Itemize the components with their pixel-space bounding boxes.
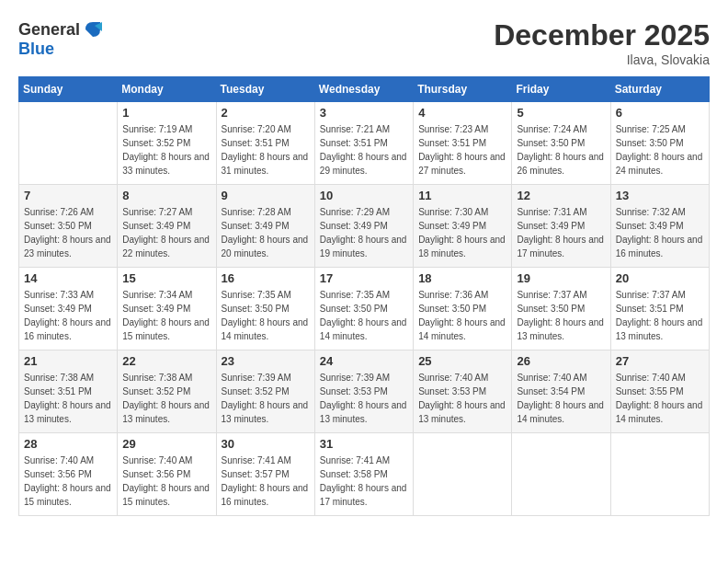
calendar-cell: 18Sunrise: 7:36 AMSunset: 3:50 PMDayligh…	[414, 268, 512, 350]
calendar-cell: 4Sunrise: 7:23 AMSunset: 3:51 PMDaylight…	[414, 102, 512, 185]
day-info: Sunrise: 7:39 AMSunset: 3:53 PMDaylight:…	[320, 371, 408, 426]
calendar-cell: 9Sunrise: 7:28 AMSunset: 3:49 PMDaylight…	[216, 185, 314, 268]
calendar-week-3: 14Sunrise: 7:33 AMSunset: 3:49 PMDayligh…	[19, 268, 710, 350]
calendar-cell: 15Sunrise: 7:34 AMSunset: 3:49 PMDayligh…	[118, 268, 216, 350]
day-number: 20	[616, 271, 704, 285]
calendar-cell: 31Sunrise: 7:41 AMSunset: 3:58 PMDayligh…	[314, 433, 413, 516]
day-info: Sunrise: 7:40 AMSunset: 3:53 PMDaylight:…	[418, 371, 506, 426]
calendar-cell: 24Sunrise: 7:39 AMSunset: 3:53 PMDayligh…	[314, 350, 413, 433]
day-info: Sunrise: 7:41 AMSunset: 3:57 PMDaylight:…	[222, 454, 310, 509]
calendar-week-2: 7Sunrise: 7:26 AMSunset: 3:50 PMDaylight…	[19, 185, 710, 268]
calendar-cell: 22Sunrise: 7:38 AMSunset: 3:52 PMDayligh…	[118, 350, 216, 433]
calendar-cell: 5Sunrise: 7:24 AMSunset: 3:50 PMDaylight…	[512, 102, 610, 185]
calendar-cell: 11Sunrise: 7:30 AMSunset: 3:49 PMDayligh…	[414, 185, 512, 268]
day-info: Sunrise: 7:20 AMSunset: 3:51 PMDaylight:…	[222, 122, 310, 178]
day-number: 30	[222, 437, 310, 451]
day-number: 1	[122, 106, 210, 120]
calendar-cell: 8Sunrise: 7:27 AMSunset: 3:49 PMDaylight…	[118, 185, 216, 268]
page-header: General Blue December 2025 Ilava, Slovak…	[18, 18, 710, 67]
calendar-cell: 3Sunrise: 7:21 AMSunset: 3:51 PMDaylight…	[314, 102, 413, 185]
day-number: 12	[517, 189, 605, 202]
day-number: 15	[122, 271, 210, 285]
day-number: 28	[24, 437, 112, 451]
calendar-cell	[19, 102, 118, 185]
location: Ilava, Slovakia	[494, 52, 710, 67]
day-number: 25	[418, 354, 506, 368]
calendar-cell: 26Sunrise: 7:40 AMSunset: 3:54 PMDayligh…	[512, 350, 610, 433]
logo-icon	[82, 18, 104, 40]
day-number: 6	[616, 106, 704, 120]
day-info: Sunrise: 7:28 AMSunset: 3:49 PMDaylight:…	[222, 205, 310, 260]
calendar-cell: 7Sunrise: 7:26 AMSunset: 3:50 PMDaylight…	[19, 185, 118, 268]
day-number: 7	[24, 189, 112, 202]
day-info: Sunrise: 7:39 AMSunset: 3:52 PMDaylight:…	[222, 371, 310, 426]
day-number: 27	[616, 354, 704, 368]
calendar-table: SundayMondayTuesdayWednesdayThursdayFrid…	[18, 76, 710, 516]
day-number: 24	[320, 354, 408, 368]
calendar-cell: 25Sunrise: 7:40 AMSunset: 3:53 PMDayligh…	[414, 350, 512, 433]
day-info: Sunrise: 7:21 AMSunset: 3:51 PMDaylight:…	[320, 122, 408, 178]
day-info: Sunrise: 7:26 AMSunset: 3:50 PMDaylight:…	[24, 205, 112, 260]
calendar-cell: 10Sunrise: 7:29 AMSunset: 3:49 PMDayligh…	[314, 185, 413, 268]
day-info: Sunrise: 7:32 AMSunset: 3:49 PMDaylight:…	[616, 205, 704, 260]
calendar-cell: 1Sunrise: 7:19 AMSunset: 3:52 PMDaylight…	[118, 102, 216, 185]
day-info: Sunrise: 7:19 AMSunset: 3:52 PMDaylight:…	[122, 122, 210, 178]
day-number: 5	[517, 106, 605, 120]
day-number: 9	[222, 189, 310, 202]
day-number: 18	[418, 271, 506, 285]
day-info: Sunrise: 7:40 AMSunset: 3:56 PMDaylight:…	[122, 454, 210, 509]
title-block: December 2025 Ilava, Slovakia	[494, 18, 710, 67]
logo: General Blue	[18, 18, 104, 57]
calendar-header-tuesday: Tuesday	[216, 77, 314, 102]
calendar-week-4: 21Sunrise: 7:38 AMSunset: 3:51 PMDayligh…	[19, 350, 710, 433]
day-number: 16	[222, 271, 310, 285]
day-info: Sunrise: 7:37 AMSunset: 3:51 PMDaylight:…	[616, 288, 704, 343]
day-number: 29	[122, 437, 210, 451]
day-info: Sunrise: 7:40 AMSunset: 3:54 PMDaylight:…	[517, 371, 605, 426]
calendar-cell: 23Sunrise: 7:39 AMSunset: 3:52 PMDayligh…	[216, 350, 314, 433]
calendar-week-1: 1Sunrise: 7:19 AMSunset: 3:52 PMDaylight…	[19, 102, 710, 185]
day-info: Sunrise: 7:36 AMSunset: 3:50 PMDaylight:…	[418, 288, 506, 343]
calendar-cell: 6Sunrise: 7:25 AMSunset: 3:50 PMDaylight…	[610, 102, 709, 185]
day-info: Sunrise: 7:37 AMSunset: 3:50 PMDaylight:…	[517, 288, 605, 343]
calendar-cell: 21Sunrise: 7:38 AMSunset: 3:51 PMDayligh…	[19, 350, 118, 433]
day-info: Sunrise: 7:24 AMSunset: 3:50 PMDaylight:…	[517, 122, 605, 178]
month-title: December 2025	[494, 18, 710, 52]
day-info: Sunrise: 7:35 AMSunset: 3:50 PMDaylight:…	[222, 288, 310, 343]
logo-blue-text: Blue	[18, 40, 104, 57]
day-info: Sunrise: 7:40 AMSunset: 3:56 PMDaylight:…	[24, 454, 112, 509]
day-info: Sunrise: 7:25 AMSunset: 3:50 PMDaylight:…	[616, 122, 704, 178]
day-info: Sunrise: 7:34 AMSunset: 3:49 PMDaylight:…	[122, 288, 210, 343]
calendar-cell: 20Sunrise: 7:37 AMSunset: 3:51 PMDayligh…	[610, 268, 709, 350]
calendar-header-friday: Friday	[512, 77, 610, 102]
day-number: 26	[517, 354, 605, 368]
day-number: 14	[24, 271, 112, 285]
calendar-header-wednesday: Wednesday	[314, 77, 413, 102]
day-number: 23	[222, 354, 310, 368]
day-info: Sunrise: 7:29 AMSunset: 3:49 PMDaylight:…	[320, 205, 408, 260]
day-info: Sunrise: 7:38 AMSunset: 3:52 PMDaylight:…	[122, 371, 210, 426]
day-info: Sunrise: 7:38 AMSunset: 3:51 PMDaylight:…	[24, 371, 112, 426]
calendar-cell: 17Sunrise: 7:35 AMSunset: 3:50 PMDayligh…	[314, 268, 413, 350]
calendar-cell	[512, 433, 610, 516]
calendar-header-thursday: Thursday	[414, 77, 512, 102]
calendar-cell	[414, 433, 512, 516]
calendar-cell	[610, 433, 709, 516]
day-info: Sunrise: 7:30 AMSunset: 3:49 PMDaylight:…	[418, 205, 506, 260]
calendar-header-row: SundayMondayTuesdayWednesdayThursdayFrid…	[19, 77, 710, 102]
day-number: 31	[320, 437, 408, 451]
calendar-cell: 14Sunrise: 7:33 AMSunset: 3:49 PMDayligh…	[19, 268, 118, 350]
calendar-header-sunday: Sunday	[19, 77, 118, 102]
day-number: 11	[418, 189, 506, 202]
day-info: Sunrise: 7:40 AMSunset: 3:55 PMDaylight:…	[616, 371, 704, 426]
day-info: Sunrise: 7:35 AMSunset: 3:50 PMDaylight:…	[320, 288, 408, 343]
day-number: 8	[122, 189, 210, 202]
day-number: 3	[320, 106, 408, 120]
calendar-cell: 30Sunrise: 7:41 AMSunset: 3:57 PMDayligh…	[216, 433, 314, 516]
calendar-cell: 2Sunrise: 7:20 AMSunset: 3:51 PMDaylight…	[216, 102, 314, 185]
calendar-cell: 19Sunrise: 7:37 AMSunset: 3:50 PMDayligh…	[512, 268, 610, 350]
day-number: 17	[320, 271, 408, 285]
calendar-header-monday: Monday	[118, 77, 216, 102]
calendar-cell: 13Sunrise: 7:32 AMSunset: 3:49 PMDayligh…	[610, 185, 709, 268]
day-number: 13	[616, 189, 704, 202]
